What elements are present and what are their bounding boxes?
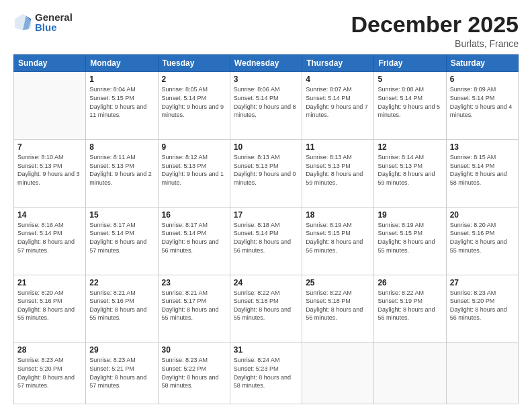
day-info: Sunrise: 8:07 AMSunset: 5:14 PMDaylight:… [306,85,370,119]
calendar-header-row: Sunday Monday Tuesday Wednesday Thursday… [14,55,519,72]
title-section: December 2025 Burlats, France [351,12,519,49]
day-info: Sunrise: 8:14 AMSunset: 5:13 PMDaylight:… [378,153,442,187]
day-number: 20 [450,210,515,220]
table-row: 27Sunrise: 8:23 AMSunset: 5:20 PMDayligh… [446,275,518,342]
col-wednesday: Wednesday [230,55,302,72]
day-info: Sunrise: 8:09 AMSunset: 5:14 PMDaylight:… [450,85,515,119]
day-number: 9 [162,142,226,152]
day-number: 23 [162,278,226,287]
table-row: 13Sunrise: 8:15 AMSunset: 5:14 PMDayligh… [446,140,518,208]
table-row: 15Sunrise: 8:17 AMSunset: 5:14 PMDayligh… [86,207,158,275]
day-info: Sunrise: 8:12 AMSunset: 5:13 PMDaylight:… [162,153,226,187]
day-number: 5 [378,75,442,84]
table-row: 20Sunrise: 8:20 AMSunset: 5:16 PMDayligh… [446,207,518,275]
table-row: 5Sunrise: 8:08 AMSunset: 5:14 PMDaylight… [374,72,446,140]
table-row: 22Sunrise: 8:21 AMSunset: 5:16 PMDayligh… [86,275,158,342]
table-row: 6Sunrise: 8:09 AMSunset: 5:14 PMDaylight… [446,72,518,140]
logo-general-text: General [35,12,73,22]
day-number: 2 [162,75,226,84]
day-info: Sunrise: 8:23 AMSunset: 5:21 PMDaylight:… [89,356,154,390]
col-thursday: Thursday [302,55,374,72]
logo-icon [13,13,32,32]
month-title: December 2025 [351,12,519,37]
day-info: Sunrise: 8:23 AMSunset: 5:20 PMDaylight:… [450,289,515,322]
header: General Blue December 2025 Burlats, Fran… [13,12,519,49]
table-row: 31Sunrise: 8:24 AMSunset: 5:23 PMDayligh… [230,342,302,404]
table-row: 23Sunrise: 8:21 AMSunset: 5:17 PMDayligh… [158,275,230,342]
day-info: Sunrise: 8:04 AMSunset: 5:15 PMDaylight:… [89,85,154,119]
day-number: 15 [89,210,154,220]
day-info: Sunrise: 8:23 AMSunset: 5:20 PMDaylight:… [17,356,82,390]
day-info: Sunrise: 8:23 AMSunset: 5:22 PMDaylight:… [162,356,226,390]
col-monday: Monday [86,55,158,72]
table-row: 30Sunrise: 8:23 AMSunset: 5:22 PMDayligh… [158,342,230,404]
day-info: Sunrise: 8:11 AMSunset: 5:13 PMDaylight:… [89,153,154,187]
table-row: 21Sunrise: 8:20 AMSunset: 5:16 PMDayligh… [14,275,86,342]
table-row: 24Sunrise: 8:22 AMSunset: 5:18 PMDayligh… [230,275,302,342]
day-number: 6 [450,75,515,84]
day-number: 7 [17,142,82,152]
logo: General Blue [13,12,73,32]
day-info: Sunrise: 8:18 AMSunset: 5:14 PMDaylight:… [234,221,298,255]
day-number: 18 [306,210,370,220]
day-info: Sunrise: 8:19 AMSunset: 5:15 PMDaylight:… [378,221,442,255]
day-number: 19 [378,210,442,220]
day-number: 10 [234,142,298,152]
table-row: 9Sunrise: 8:12 AMSunset: 5:13 PMDaylight… [158,140,230,208]
day-number: 11 [306,142,370,152]
table-row [374,342,446,404]
table-row: 1Sunrise: 8:04 AMSunset: 5:15 PMDaylight… [86,72,158,140]
day-info: Sunrise: 8:17 AMSunset: 5:14 PMDaylight:… [162,221,226,255]
table-row: 12Sunrise: 8:14 AMSunset: 5:13 PMDayligh… [374,140,446,208]
table-row: 26Sunrise: 8:22 AMSunset: 5:19 PMDayligh… [374,275,446,342]
day-number: 14 [17,210,82,220]
table-row: 2Sunrise: 8:05 AMSunset: 5:14 PMDaylight… [158,72,230,140]
day-number: 3 [234,75,298,84]
logo-blue-text: Blue [35,22,73,32]
day-number: 25 [306,278,370,287]
table-row: 4Sunrise: 8:07 AMSunset: 5:14 PMDaylight… [302,72,374,140]
day-number: 13 [450,142,515,152]
table-row: 14Sunrise: 8:16 AMSunset: 5:14 PMDayligh… [14,207,86,275]
table-row: 28Sunrise: 8:23 AMSunset: 5:20 PMDayligh… [14,342,86,404]
day-info: Sunrise: 8:20 AMSunset: 5:16 PMDaylight:… [17,289,82,322]
day-number: 26 [378,278,442,287]
day-info: Sunrise: 8:10 AMSunset: 5:13 PMDaylight:… [17,153,82,187]
table-row: 19Sunrise: 8:19 AMSunset: 5:15 PMDayligh… [374,207,446,275]
location: Burlats, France [351,38,519,49]
table-row [14,72,86,140]
table-row: 11Sunrise: 8:13 AMSunset: 5:13 PMDayligh… [302,140,374,208]
day-number: 22 [89,278,154,287]
day-info: Sunrise: 8:13 AMSunset: 5:13 PMDaylight:… [234,153,298,187]
day-info: Sunrise: 8:05 AMSunset: 5:14 PMDaylight:… [162,85,226,119]
table-row: 18Sunrise: 8:19 AMSunset: 5:15 PMDayligh… [302,207,374,275]
day-info: Sunrise: 8:24 AMSunset: 5:23 PMDaylight:… [234,356,298,390]
table-row: 17Sunrise: 8:18 AMSunset: 5:14 PMDayligh… [230,207,302,275]
table-row: 7Sunrise: 8:10 AMSunset: 5:13 PMDaylight… [14,140,86,208]
table-row: 8Sunrise: 8:11 AMSunset: 5:13 PMDaylight… [86,140,158,208]
table-row [302,342,374,404]
col-sunday: Sunday [14,55,86,72]
day-info: Sunrise: 8:19 AMSunset: 5:15 PMDaylight:… [306,221,370,255]
table-row: 10Sunrise: 8:13 AMSunset: 5:13 PMDayligh… [230,140,302,208]
day-info: Sunrise: 8:17 AMSunset: 5:14 PMDaylight:… [89,221,154,255]
day-number: 8 [89,142,154,152]
day-info: Sunrise: 8:21 AMSunset: 5:16 PMDaylight:… [89,289,154,322]
day-number: 12 [378,142,442,152]
col-saturday: Saturday [446,55,518,72]
day-number: 1 [89,75,154,84]
day-info: Sunrise: 8:22 AMSunset: 5:18 PMDaylight:… [234,289,298,322]
day-info: Sunrise: 8:15 AMSunset: 5:14 PMDaylight:… [450,153,515,187]
day-info: Sunrise: 8:20 AMSunset: 5:16 PMDaylight:… [450,221,515,255]
table-row: 16Sunrise: 8:17 AMSunset: 5:14 PMDayligh… [158,207,230,275]
day-number: 27 [450,278,515,287]
day-info: Sunrise: 8:06 AMSunset: 5:14 PMDaylight:… [234,85,298,119]
calendar-table: Sunday Monday Tuesday Wednesday Thursday… [13,54,519,404]
col-friday: Friday [374,55,446,72]
day-number: 21 [17,278,82,287]
day-number: 31 [234,345,298,355]
day-number: 17 [234,210,298,220]
table-row [446,342,518,404]
day-info: Sunrise: 8:22 AMSunset: 5:18 PMDaylight:… [306,289,370,322]
day-number: 28 [17,345,82,355]
